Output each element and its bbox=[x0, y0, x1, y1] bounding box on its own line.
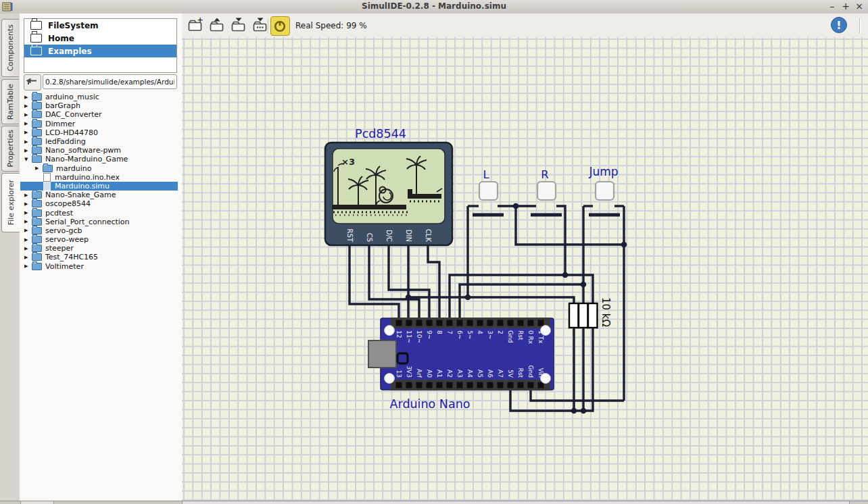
save-circuit-button[interactable] bbox=[230, 17, 247, 34]
tab-ramtable[interactable]: RamTable bbox=[1, 79, 19, 124]
push-button-left[interactable]: L bbox=[479, 168, 498, 200]
pin-label: 9~ bbox=[426, 330, 433, 339]
expand-arrow-icon[interactable]: ▶ bbox=[24, 121, 32, 126]
tree-item[interactable]: ▶Serial_Port_connection bbox=[20, 218, 178, 226]
circuit-drawing: 10 kΩ ×3 bbox=[182, 37, 868, 501]
path-input[interactable] bbox=[43, 74, 177, 89]
expand-arrow-icon[interactable]: ▶ bbox=[35, 166, 43, 171]
place-filesystem[interactable]: FileSystem bbox=[24, 19, 176, 32]
expand-arrow-icon[interactable]: ▶ bbox=[24, 112, 32, 118]
tree-item[interactable]: ▶marduino bbox=[20, 164, 178, 173]
folder-icon bbox=[32, 191, 42, 199]
tab-file-explorer[interactable]: File explorer bbox=[1, 173, 20, 232]
tree-item[interactable]: ▶Dimmer bbox=[20, 120, 178, 128]
tree-item-label: Dimmer bbox=[45, 120, 75, 128]
tree-item-label: servo-gcb bbox=[45, 226, 82, 235]
simulide-window: SimulIDE-0.2.8 - Marduino.simu – + × Com… bbox=[0, 0, 868, 504]
tree-item[interactable]: ▶pcdtest bbox=[20, 208, 178, 217]
new-circuit-button[interactable]: + bbox=[187, 17, 204, 34]
lcd-pin-label: RST bbox=[346, 229, 354, 243]
pcd8544-lcd[interactable]: ×3 bbox=[325, 127, 452, 245]
tree-item-label: barGraph bbox=[45, 101, 80, 110]
tree-item[interactable]: ▶arduino_music bbox=[20, 93, 178, 101]
lcd-pin-label: CLK bbox=[425, 229, 432, 243]
arduino-component-label: Arduino Nano bbox=[390, 397, 471, 411]
circuit-canvas[interactable]: 10 kΩ ×3 bbox=[182, 37, 868, 501]
expand-arrow-icon[interactable]: ▶ bbox=[24, 148, 32, 153]
tree-item[interactable]: ▶oscope8544 bbox=[20, 199, 178, 208]
pin-header-top bbox=[396, 320, 544, 326]
expand-arrow-icon[interactable]: ▶ bbox=[24, 193, 32, 198]
pin-label: 10~ bbox=[416, 330, 423, 343]
tree-item[interactable]: ▶Nano_software-pwm bbox=[20, 146, 178, 155]
tree-item[interactable]: ▶servo-gcb bbox=[20, 226, 178, 235]
toolbar-separator bbox=[268, 18, 268, 33]
back-arrow-icon bbox=[24, 75, 39, 89]
expand-arrow-icon[interactable]: ▶ bbox=[24, 201, 32, 207]
pullup-resistors[interactable]: 10 kΩ bbox=[569, 297, 612, 328]
push-button-jump[interactable]: Jump bbox=[588, 165, 618, 200]
tree-item[interactable]: ▶Nano-Snake_Game bbox=[20, 191, 178, 199]
push-button-right[interactable]: R bbox=[537, 168, 556, 200]
usb-connector bbox=[368, 341, 396, 368]
folder-icon bbox=[32, 129, 42, 136]
pin-label: A3 bbox=[456, 370, 463, 378]
tree-item[interactable]: ▶barGraph bbox=[20, 101, 178, 110]
expand-arrow-icon[interactable]: ▶ bbox=[24, 139, 32, 145]
expand-arrow-icon[interactable]: ▶ bbox=[24, 237, 32, 243]
tree-item-label: Nano_software-pwm bbox=[45, 146, 121, 155]
scrollbar-thumb[interactable] bbox=[20, 501, 54, 504]
expand-arrow-icon[interactable]: ▶ bbox=[24, 103, 32, 109]
tree-item[interactable]: ▶steeper bbox=[20, 244, 178, 253]
horizontal-scrollbar-track[interactable] bbox=[0, 501, 868, 504]
reset-button[interactable] bbox=[397, 353, 408, 363]
tree-item[interactable]: ▶servo-weep bbox=[20, 235, 178, 244]
open-circuit-button[interactable] bbox=[208, 17, 226, 34]
tree-item[interactable]: ▶Test_74HC165 bbox=[20, 253, 178, 261]
expand-arrow-icon[interactable]: ▶ bbox=[24, 95, 32, 100]
tab-properties[interactable]: Properties bbox=[1, 126, 19, 172]
pin-label: A0 bbox=[426, 370, 433, 378]
expand-arrow-icon[interactable]: ▶ bbox=[24, 263, 32, 269]
tree-item[interactable]: ▶ledFadding bbox=[20, 137, 178, 146]
place-examples[interactable]: Examples bbox=[24, 45, 176, 57]
lcd-pin-label: CS bbox=[366, 233, 373, 242]
maximize-button[interactable]: + bbox=[840, 0, 852, 13]
file-icon bbox=[43, 182, 51, 191]
close-button[interactable]: × bbox=[853, 0, 865, 13]
tree-item-label: ledFadding bbox=[45, 137, 86, 146]
scrollbar-thumb[interactable] bbox=[182, 501, 850, 504]
tree-item-selected[interactable]: Marduino.simu bbox=[20, 182, 178, 191]
pin-header-bottom bbox=[396, 382, 544, 388]
expand-arrow-icon[interactable]: ▶ bbox=[24, 130, 32, 135]
tree-item-label: Nano-Marduino_Game bbox=[45, 155, 128, 163]
tree-item[interactable]: ▶Voltimeter bbox=[20, 262, 178, 271]
tab-components[interactable]: Components bbox=[1, 19, 19, 77]
expand-arrow-icon[interactable]: ▶ bbox=[24, 219, 32, 224]
back-button[interactable] bbox=[24, 74, 41, 91]
pin-label: Gnd bbox=[507, 330, 514, 343]
tree-item[interactable]: marduino.ino.hex bbox=[20, 173, 178, 182]
tree-item[interactable]: ▶DAC_Converter bbox=[20, 110, 178, 119]
pin-label: 3V3 bbox=[406, 366, 412, 378]
expand-arrow-icon[interactable]: ▶ bbox=[24, 246, 32, 251]
folder-icon bbox=[30, 21, 42, 30]
expand-arrow-icon[interactable]: ▶ bbox=[24, 210, 32, 216]
folder-icon bbox=[32, 138, 42, 145]
power-button[interactable] bbox=[270, 16, 290, 36]
tree-item[interactable]: ▶LCD-HD44780 bbox=[20, 128, 178, 137]
tree-item[interactable]: ▼Nano-Marduino_Game bbox=[20, 155, 178, 163]
place-home[interactable]: Home bbox=[24, 32, 176, 45]
expand-arrow-icon[interactable]: ▶ bbox=[24, 228, 32, 233]
tree-item-label: marduino.ino.hex bbox=[55, 173, 120, 182]
power-icon bbox=[271, 17, 289, 35]
pin-label: Vin bbox=[537, 368, 544, 378]
collapse-arrow-icon[interactable]: ▼ bbox=[24, 157, 32, 162]
tree-item-label: arduino_music bbox=[45, 93, 99, 101]
info-button[interactable]: ! bbox=[830, 16, 848, 34]
arduino-nano[interactable]: 12 11~ 10~ 9~ 8 7 6~ 5~ 4 3~ 2 Gnd Rst 0… bbox=[368, 318, 554, 411]
minimize-button[interactable]: – bbox=[826, 0, 838, 13]
expand-arrow-icon[interactable]: ▶ bbox=[24, 255, 32, 260]
folder-icon bbox=[32, 155, 42, 163]
save-circuit-as-button[interactable] bbox=[251, 17, 269, 34]
